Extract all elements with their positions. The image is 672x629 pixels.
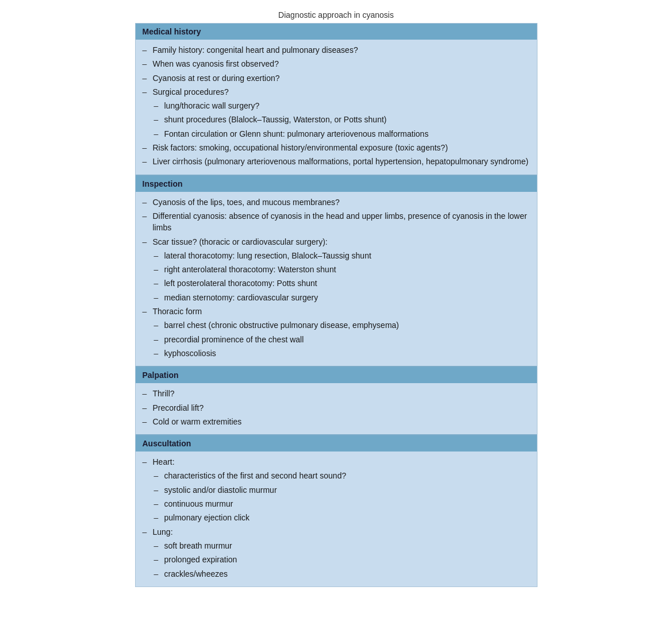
list-item: –Liver cirrhosis (pulmonary arteriovenou…	[143, 155, 530, 168]
list-item: –Surgical procedures?	[143, 85, 530, 99]
dash-icon: –	[154, 128, 164, 140]
dash-icon: –	[143, 86, 153, 98]
item-text: Heart:	[153, 456, 530, 468]
dash-icon: –	[143, 142, 153, 153]
list-item: –kyphoscoliosis	[154, 346, 530, 360]
item-text: Thrill?	[153, 388, 530, 399]
list-item: –shunt procedures (Blalock–Taussig, Wate…	[154, 113, 530, 126]
list-item: –prolonged expiration	[154, 553, 530, 566]
list-item: –left posterolateral thoracotomy: Potts …	[154, 276, 530, 290]
list-item: –Lung:	[143, 525, 530, 539]
item-text: lateral thoracotomy: lung resection, Bla…	[164, 250, 530, 261]
dash-icon: –	[154, 277, 164, 289]
item-text: Differential cyanosis: absence of cyanos…	[153, 210, 530, 234]
item-text: Cyanosis at rest or during exertion?	[153, 72, 530, 84]
list-item: –crackles/wheezes	[154, 567, 530, 581]
dash-icon: –	[154, 319, 164, 331]
item-text: kyphoscoliosis	[164, 348, 530, 359]
dash-icon: –	[154, 100, 164, 111]
item-text: characteristics of the first and second …	[164, 470, 530, 481]
main-container: Diagnostic approach in cyanosis Medical …	[135, 6, 537, 587]
item-text: prolonged expiration	[164, 554, 530, 565]
section-header-auscultation: Auscultation	[136, 435, 537, 452]
dash-icon: –	[154, 512, 164, 523]
dash-icon: –	[143, 388, 153, 399]
item-text: crackles/wheezes	[164, 568, 530, 580]
item-text: Surgical procedures?	[153, 86, 530, 98]
list-item: –When was cyanosis first observed?	[143, 57, 530, 71]
list-item: –Heart:	[143, 455, 530, 469]
dash-icon: –	[143, 210, 153, 222]
dash-icon: –	[143, 156, 153, 167]
section-body-palpation: –Thrill?–Precordial lift?–Cold or warm e…	[136, 383, 537, 434]
dash-icon: –	[154, 334, 164, 345]
list-item: –Risk factors: smoking, occupational his…	[143, 141, 530, 155]
list-item: –Differential cyanosis: absence of cyano…	[143, 209, 530, 235]
item-text: Lung:	[153, 526, 530, 538]
list-item: –continuous murmur	[154, 497, 530, 511]
dash-icon: –	[143, 196, 153, 208]
section-medical-history: Medical history–Family history: congenit…	[136, 24, 537, 176]
dash-icon: –	[143, 44, 153, 56]
dash-icon: –	[143, 526, 153, 538]
dash-icon: –	[154, 554, 164, 565]
list-item: –Fontan circulation or Glenn shunt: pulm…	[154, 127, 530, 141]
content-table: Medical history–Family history: congenit…	[135, 23, 537, 587]
list-item: –Cyanosis of the lips, toes, and mucous …	[143, 195, 530, 209]
item-text: right anterolateral thoracotomy: Waterst…	[164, 264, 530, 275]
list-item: –systolic and/or diastolic murmur	[154, 483, 530, 497]
item-text: Risk factors: smoking, occupational hist…	[153, 142, 530, 153]
item-text: left posterolateral thoracotomy: Potts s…	[164, 277, 530, 289]
list-item: –Cyanosis at rest or during exertion?	[143, 71, 530, 85]
item-text: soft breath murmur	[164, 540, 530, 551]
list-item: –barrel chest (chronic obstructive pulmo…	[154, 318, 530, 332]
item-text: shunt procedures (Blalock–Taussig, Water…	[164, 114, 530, 125]
list-item: –soft breath murmur	[154, 539, 530, 553]
list-item: –lateral thoracotomy: lung resection, Bl…	[154, 249, 530, 263]
dash-icon: –	[154, 484, 164, 496]
section-auscultation: Auscultation–Heart:–characteristics of t…	[136, 435, 537, 586]
list-item: –right anterolateral thoracotomy: Waters…	[154, 263, 530, 276]
item-text: Family history: congenital heart and pul…	[153, 44, 530, 56]
list-item: –Cold or warm extremities	[143, 415, 530, 429]
list-item: –Thoracic form	[143, 304, 530, 318]
item-text: When was cyanosis first observed?	[153, 58, 530, 70]
section-palpation: Palpation–Thrill?–Precordial lift?–Cold …	[136, 367, 537, 435]
section-header-inspection: Inspection	[136, 176, 537, 192]
item-text: Scar tissue? (thoracic or cardiovascular…	[153, 236, 530, 248]
item-text: systolic and/or diastolic murmur	[164, 484, 530, 496]
list-item: –median sternotomy: cardiovascular surge…	[154, 291, 530, 304]
item-text: continuous murmur	[164, 498, 530, 510]
section-body-medical-history: –Family history: congenital heart and pu…	[136, 40, 537, 175]
item-text: Thoracic form	[153, 306, 530, 317]
dash-icon: –	[143, 58, 153, 70]
dash-icon: –	[154, 540, 164, 551]
item-text: median sternotomy: cardiovascular surger…	[164, 292, 530, 303]
dash-icon: –	[154, 250, 164, 261]
item-text: Cold or warm extremities	[153, 416, 530, 427]
dash-icon: –	[143, 416, 153, 427]
dash-icon: –	[143, 236, 153, 248]
list-item: –precordial prominence of the chest wall	[154, 333, 530, 346]
list-item: –Family history: congenital heart and pu…	[143, 43, 530, 57]
item-text: lung/thoracic wall surgery?	[164, 100, 530, 111]
item-text: barrel chest (chronic obstructive pulmon…	[164, 319, 530, 331]
list-item: –Scar tissue? (thoracic or cardiovascula…	[143, 235, 530, 249]
dash-icon: –	[143, 306, 153, 317]
dash-icon: –	[154, 114, 164, 125]
dash-icon: –	[154, 292, 164, 303]
dash-icon: –	[143, 402, 153, 414]
dash-icon: –	[143, 72, 153, 84]
dash-icon: –	[154, 470, 164, 481]
item-text: Fontan circulation or Glenn shunt: pulmo…	[164, 128, 530, 140]
item-text: precordial prominence of the chest wall	[164, 334, 530, 345]
item-text: Precordial lift?	[153, 402, 530, 414]
section-body-auscultation: –Heart:–characteristics of the first and…	[136, 452, 537, 586]
list-item: –pulmonary ejection click	[154, 511, 530, 524]
list-item: –Thrill?	[143, 387, 530, 400]
dash-icon: –	[143, 456, 153, 468]
item-text: pulmonary ejection click	[164, 512, 530, 523]
item-text: Cyanosis of the lips, toes, and mucous m…	[153, 196, 530, 208]
item-text: Liver cirrhosis (pulmonary arteriovenous…	[153, 156, 530, 167]
list-item: –characteristics of the first and second…	[154, 469, 530, 483]
